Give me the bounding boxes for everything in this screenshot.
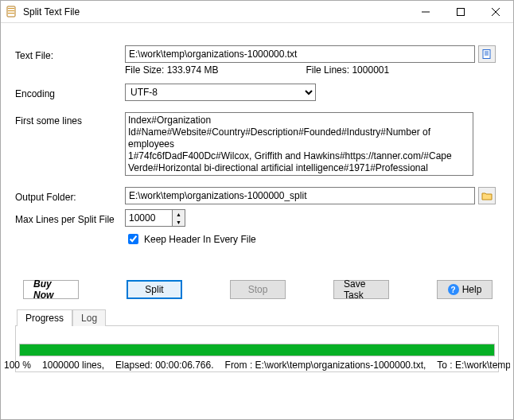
keep-header-label: Keep Header In Every File: [144, 234, 256, 245]
status-bar: 100 % 1000000 lines, Elapsed: 00:00:06.7…: [4, 360, 510, 371]
spinner-down[interactable]: ▼: [173, 218, 185, 226]
status-lines: 1000000 lines,: [42, 360, 104, 371]
preview-textarea[interactable]: Index#Organization Id#Name#Website#Count…: [125, 112, 473, 176]
minimize-button[interactable]: [408, 1, 443, 23]
stop-button[interactable]: Stop: [230, 280, 286, 299]
max-lines-label: Max Lines per Split File: [15, 211, 125, 225]
first-lines-label: First some lines: [15, 112, 125, 126]
svg-rect-1: [8, 8, 14, 9]
save-task-button[interactable]: Save Task: [333, 280, 389, 299]
window-controls: [408, 1, 513, 23]
button-row: Buy Now Split Stop Save Task ?Help: [15, 275, 499, 301]
tab-progress[interactable]: Progress: [17, 309, 72, 326]
output-folder-label: Output Folder:: [15, 189, 125, 203]
progress-fill: [20, 344, 494, 356]
text-file-input[interactable]: [125, 45, 475, 63]
split-button[interactable]: Split: [127, 280, 182, 299]
browse-file-button[interactable]: [478, 45, 496, 63]
buy-now-button[interactable]: Buy Now: [23, 280, 79, 299]
output-folder-input[interactable]: [125, 187, 475, 204]
status-percent: 100 %: [4, 360, 31, 371]
tab-bar: Progress Log: [15, 309, 499, 326]
spinner-up[interactable]: ▲: [173, 210, 185, 218]
svg-rect-3: [8, 13, 14, 14]
svg-rect-5: [458, 8, 465, 15]
svg-rect-0: [7, 6, 15, 17]
encoding-label: Encoding: [15, 85, 125, 99]
tab-log[interactable]: Log: [72, 309, 106, 326]
text-file-label: Text File:: [15, 47, 125, 61]
maximize-button[interactable]: [443, 1, 478, 23]
file-lines-label: File Lines: 1000001: [306, 64, 389, 76]
file-size-label: File Size: 133.974 MB: [125, 64, 218, 76]
max-lines-input[interactable]: [126, 210, 172, 226]
app-icon: [6, 6, 18, 18]
progress-bar: [19, 344, 495, 356]
svg-rect-2: [8, 10, 14, 11]
encoding-select[interactable]: UTF-8: [125, 84, 316, 101]
keep-header-checkbox[interactable]: [128, 234, 138, 244]
window-title: Split Text File: [23, 6, 408, 18]
main-content: Text File: File Size: 133.974 MB File Li…: [1, 23, 513, 372]
close-button[interactable]: [478, 1, 513, 23]
svg-rect-8: [483, 50, 490, 59]
status-to: To : E:\work\temp\organiza: [437, 360, 510, 371]
browse-folder-button[interactable]: [478, 187, 496, 204]
title-bar: Split Text File: [1, 1, 513, 23]
status-from: From : E:\work\temp\organizations-100000…: [225, 360, 426, 371]
max-lines-spinner[interactable]: ▲ ▼: [125, 209, 185, 227]
help-icon: ?: [448, 284, 459, 295]
status-elapsed: Elapsed: 00:00:06.766.: [115, 360, 213, 371]
file-info: File Size: 133.974 MB File Lines: 100000…: [125, 64, 499, 76]
help-button[interactable]: ?Help: [437, 280, 493, 299]
